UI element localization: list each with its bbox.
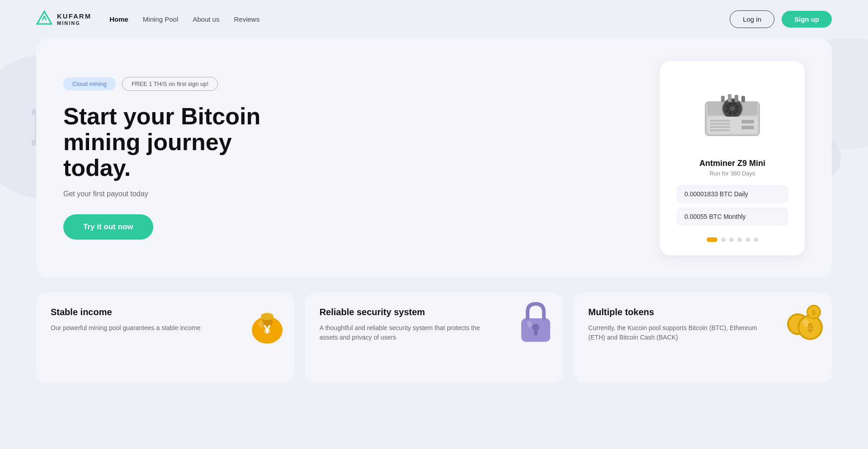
nav-reviews[interactable]: Reviews bbox=[234, 14, 259, 25]
svg-rect-18 bbox=[741, 126, 754, 129]
nav-links: Home Mining Pool About us Reviews bbox=[109, 14, 259, 25]
svg-rect-20 bbox=[728, 94, 731, 102]
svg-rect-22 bbox=[741, 96, 745, 102]
svg-rect-15 bbox=[710, 126, 730, 128]
svg-text:¥: ¥ bbox=[264, 322, 271, 336]
tag-free-signup: FREE 1 TH/S on first sign up! bbox=[122, 77, 218, 91]
carousel-dots bbox=[707, 237, 758, 242]
feature-desc-stable: Our powerful mining pool guarantees a st… bbox=[51, 323, 222, 333]
nav-home[interactable]: Home bbox=[109, 14, 128, 25]
feature-card-security: Reliable security system A thoughtful an… bbox=[305, 293, 563, 383]
tokens-icon-area: ₿ $ bbox=[782, 297, 827, 347]
product-daily: 0.00001833 BTC Daily bbox=[676, 185, 788, 203]
hero-subtitle: Get your first payout today bbox=[63, 190, 298, 198]
feature-section: ¥ Stable income Our powerful mining pool… bbox=[36, 293, 832, 383]
product-image bbox=[694, 75, 771, 151]
navbar-left: KUFARM MINING Home Mining Pool About us … bbox=[36, 10, 259, 28]
svg-point-25 bbox=[261, 313, 274, 320]
product-days: Run for 360 Days bbox=[709, 170, 755, 177]
lock-icon bbox=[518, 299, 554, 345]
carousel-dot-4[interactable] bbox=[737, 237, 742, 242]
svg-text:$: $ bbox=[812, 309, 816, 316]
svg-rect-17 bbox=[741, 120, 754, 123]
svg-rect-30 bbox=[534, 329, 538, 336]
main-content: Cloud mining FREE 1 TH/S on first sign u… bbox=[0, 38, 868, 401]
svg-line-2 bbox=[44, 16, 46, 20]
hero-tags: Cloud mining FREE 1 TH/S on first sign u… bbox=[63, 77, 298, 91]
feature-title-stable: Stable income bbox=[51, 306, 211, 318]
svg-rect-16 bbox=[710, 129, 730, 131]
feature-desc-security: A thoughtful and reliable security syste… bbox=[320, 323, 491, 342]
svg-rect-14 bbox=[710, 123, 730, 125]
hero-left: Cloud mining FREE 1 TH/S on first sign u… bbox=[63, 77, 298, 240]
carousel-dot-6[interactable] bbox=[754, 237, 758, 242]
security-icon-area bbox=[513, 297, 558, 347]
nav-mining-pool[interactable]: Mining Pool bbox=[143, 14, 178, 25]
logo-name: KUFARM bbox=[57, 13, 91, 20]
feature-desc-tokens: Currently, the Kucoin pool supports Bitc… bbox=[588, 323, 760, 342]
svg-rect-12 bbox=[708, 117, 757, 134]
feature-title-security: Reliable security system bbox=[320, 306, 480, 318]
product-name: Antminer Z9 Mini bbox=[699, 159, 765, 168]
nav-about-us[interactable]: About us bbox=[193, 14, 219, 25]
try-now-button[interactable]: Try it out now bbox=[63, 214, 153, 240]
svg-marker-0 bbox=[37, 11, 52, 24]
logo[interactable]: KUFARM MINING bbox=[36, 10, 91, 28]
signup-button[interactable]: Sign up bbox=[782, 11, 832, 28]
svg-rect-19 bbox=[721, 96, 725, 102]
svg-rect-13 bbox=[710, 120, 730, 122]
tag-cloud-mining: Cloud mining bbox=[63, 77, 116, 90]
hero-card: Cloud mining FREE 1 TH/S on first sign u… bbox=[36, 38, 832, 278]
money-bag-icon: ¥ bbox=[247, 299, 288, 345]
svg-rect-21 bbox=[735, 95, 738, 102]
antminer-illustration bbox=[696, 77, 769, 149]
carousel-dot-1[interactable] bbox=[707, 237, 717, 242]
product-monthly: 0.00055 BTC Monthly bbox=[676, 208, 788, 226]
feature-card-stable-income: ¥ Stable income Our powerful mining pool… bbox=[36, 293, 294, 383]
hero-title: Start your Bitcoin mining journey today. bbox=[63, 104, 298, 181]
product-card: Antminer Z9 Mini Run for 360 Days 0.0000… bbox=[660, 61, 805, 255]
logo-subtitle: MINING bbox=[57, 20, 91, 26]
logo-text: KUFARM MINING bbox=[57, 13, 91, 26]
carousel-dot-2[interactable] bbox=[721, 237, 726, 242]
stable-income-icon-area: ¥ bbox=[245, 297, 290, 347]
login-button[interactable]: Log in bbox=[730, 10, 774, 28]
logo-icon bbox=[36, 10, 52, 28]
carousel-dot-3[interactable] bbox=[729, 237, 734, 242]
feature-title-tokens: Multiple tokens bbox=[588, 306, 749, 318]
feature-card-tokens: ₿ $ Multiple tokens Currently, the Kucoi… bbox=[574, 293, 832, 383]
navbar-right: Log in Sign up bbox=[730, 10, 832, 28]
coins-icon: ₿ $ bbox=[782, 299, 827, 345]
carousel-dot-5[interactable] bbox=[745, 237, 750, 242]
navbar: KUFARM MINING Home Mining Pool About us … bbox=[0, 0, 868, 38]
